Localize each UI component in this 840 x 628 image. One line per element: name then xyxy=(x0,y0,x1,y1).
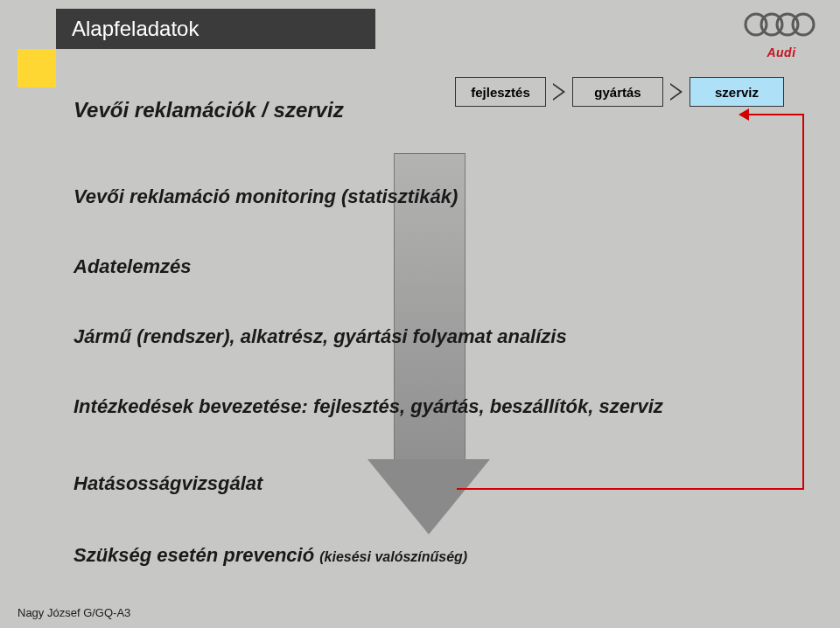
step-adatelemzes: Adatelemzés xyxy=(74,255,192,278)
slide: Alapfeladatok Audi Vevői reklamációk / s… xyxy=(0,0,840,628)
slide-title: Alapfeladatok xyxy=(56,9,375,49)
step-jarmu: Jármű (rendszer), alkatrész, gyártási fo… xyxy=(74,325,567,348)
step-prevencio-note: (kiesési valószínűség) xyxy=(319,549,467,564)
brand-name: Audi xyxy=(740,45,822,59)
phase-manufacturing: gyártás xyxy=(572,77,663,107)
chevron-right-icon xyxy=(670,83,682,101)
footer-author: Nagy József G/GQ-A3 xyxy=(18,606,130,619)
step-intezkedesek: Intézkedések bevezetése: fejlesztés, gyá… xyxy=(74,395,663,418)
feedback-line xyxy=(747,114,804,115)
brand-logo: Audi xyxy=(740,10,822,58)
audi-rings-icon xyxy=(740,10,822,38)
slide-subtitle: Vevői reklamációk / szerviz xyxy=(74,98,344,122)
feedback-line xyxy=(457,488,804,490)
step-hatasossag: Hatásosságvizsgálat xyxy=(74,472,262,495)
svg-point-3 xyxy=(793,14,814,35)
step-monitoring: Vevői reklamáció monitoring (statisztiká… xyxy=(74,185,458,208)
phase-row: fejlesztés gyártás szerviz xyxy=(455,77,784,107)
step-prevencio-main: Szükség esetén prevenció xyxy=(74,544,319,566)
phase-service: szerviz xyxy=(690,77,784,107)
phase-development: fejlesztés xyxy=(455,77,546,107)
step-prevencio: Szükség esetén prevenció (kiesési valósz… xyxy=(74,544,467,567)
arrow-left-icon xyxy=(738,108,749,121)
accent-block xyxy=(18,49,56,87)
feedback-line xyxy=(802,114,804,490)
chevron-right-icon xyxy=(553,83,565,101)
